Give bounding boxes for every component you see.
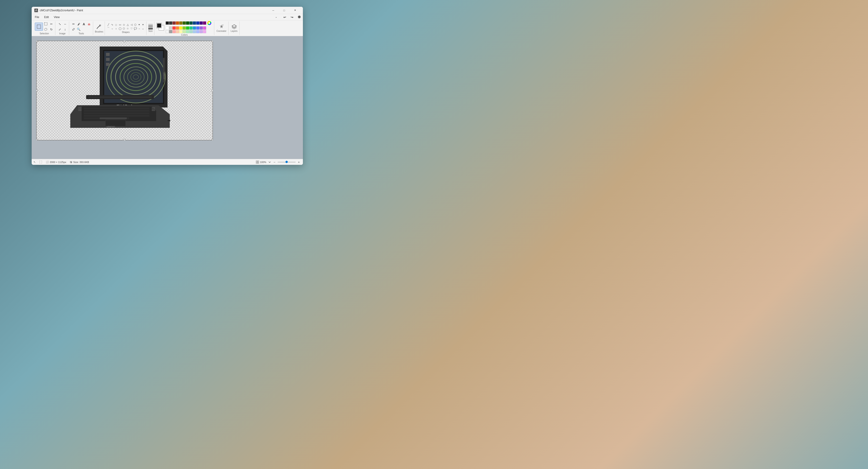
color-swatch-darkgreen[interactable] <box>183 22 186 25</box>
eyedropper-button[interactable] <box>71 27 76 32</box>
color-swatch-lightyellow[interactable] <box>179 30 182 33</box>
select-lasso-button[interactable] <box>43 27 49 32</box>
color-swatch-orange[interactable] <box>176 26 179 30</box>
color-swatch-white[interactable] <box>166 26 169 30</box>
shape-callout[interactable]: 💬 <box>133 27 137 31</box>
flip-v-button[interactable]: ↕ <box>63 27 68 32</box>
shape-diamond[interactable]: ◇ <box>122 23 126 27</box>
shape-triangle[interactable]: △ <box>126 23 129 27</box>
zoom-button[interactable]: 🔍 <box>76 27 81 32</box>
color-swatch-darkyellow[interactable] <box>179 22 182 25</box>
pencil-button[interactable]: ✏ <box>71 22 76 27</box>
color-swatch-darkorange[interactable] <box>176 22 179 25</box>
minimize-button[interactable]: ─ <box>268 7 278 14</box>
color-swatch-darkmagenta[interactable] <box>203 22 206 25</box>
color-swatch-peach[interactable] <box>176 30 179 33</box>
color-swatch-lavender[interactable] <box>196 30 199 33</box>
color-swatch-darkteal[interactable] <box>189 22 193 25</box>
color-swatch-lightpink[interactable] <box>203 30 206 33</box>
color-picker-button[interactable] <box>206 20 212 26</box>
crop-button[interactable]: ✂ <box>49 22 54 26</box>
redo-icon[interactable]: ↪ <box>289 14 295 20</box>
fullscreen-item[interactable]: ⛶ <box>39 161 42 164</box>
zoom-out-button[interactable]: − <box>272 160 277 164</box>
shape-star4[interactable]: ✦ <box>137 23 141 27</box>
eraser-button[interactable] <box>87 22 92 27</box>
shape-curve2[interactable]: ⌣ <box>111 27 114 31</box>
undo-icon[interactable]: ↩ <box>282 14 287 20</box>
color-swatch-yellow[interactable] <box>179 26 182 30</box>
skew-button[interactable]: ⤢ <box>57 27 62 32</box>
size-dropdown[interactable] <box>148 24 153 29</box>
close-button[interactable]: ✕ <box>290 7 300 14</box>
color-swatch-purple[interactable] <box>199 26 203 30</box>
color-swatch-lightmint[interactable] <box>189 30 193 33</box>
zoom-dropdown-icon[interactable] <box>268 161 271 164</box>
color-swatch-black[interactable] <box>166 22 169 25</box>
history-icon[interactable] <box>275 14 280 20</box>
shape-right-triangle[interactable]: ◁ <box>130 23 133 27</box>
settings-icon[interactable] <box>297 14 302 20</box>
canvas-area[interactable]: ThinkBook LENOVO <box>32 36 303 159</box>
select-rect-button[interactable] <box>43 22 49 26</box>
shape-rect[interactable]: □ <box>114 23 118 27</box>
color-swatch-nearwhite[interactable] <box>166 30 169 33</box>
resize-button[interactable]: ⤡ <box>57 22 62 26</box>
zoom-slider[interactable] <box>278 162 296 163</box>
shape-ellipse[interactable]: ○ <box>114 27 118 31</box>
current-colors[interactable] <box>157 23 164 30</box>
color-swatch-darkpurple[interactable] <box>199 22 203 25</box>
zoom-percent: 100% <box>260 161 267 164</box>
shape-circle[interactable]: ◯ <box>118 27 122 31</box>
brush-button[interactable] <box>96 23 102 30</box>
menu-edit[interactable]: Edit <box>42 15 51 20</box>
color-swatch-pink[interactable] <box>173 30 176 33</box>
color-swatch-periwinkle[interactable] <box>196 26 199 30</box>
shape-more[interactable]: ⌄ <box>141 27 145 31</box>
menu-view[interactable]: View <box>52 15 62 20</box>
foreground-color[interactable] <box>157 23 162 28</box>
color-swatch-darkblue[interactable] <box>193 22 196 25</box>
quality-icon <box>256 161 259 164</box>
color-swatch-lightgray[interactable] <box>169 26 172 30</box>
shape-star6[interactable]: ✶ <box>141 23 145 27</box>
color-swatch-gray[interactable] <box>169 30 172 33</box>
svg-rect-2 <box>37 25 41 29</box>
color-swatch-darkgray[interactable] <box>169 22 172 25</box>
color-swatch-lightgreen[interactable] <box>186 26 189 30</box>
svg-rect-25 <box>84 110 149 112</box>
selection-tool-button[interactable] <box>35 23 43 31</box>
shape-star[interactable]: ☆ <box>126 27 129 31</box>
color-swatch-lightlime[interactable] <box>183 30 186 33</box>
shape-pentagon[interactable]: ⬠ <box>133 23 137 27</box>
maximize-button[interactable]: □ <box>279 7 289 14</box>
zoom-slider-thumb[interactable] <box>285 161 288 163</box>
color-swatch-mint[interactable] <box>186 30 189 33</box>
shape-rounded-rect[interactable]: ▭ <box>118 23 122 27</box>
menu-file[interactable]: File <box>33 15 41 20</box>
fill-button[interactable] <box>76 22 81 27</box>
color-swatch-skyblue[interactable] <box>193 30 196 33</box>
cocreator-section[interactable]: Cocreator <box>215 22 228 35</box>
color-swatch-green[interactable] <box>186 22 189 25</box>
color-swatch-magenta[interactable] <box>203 26 206 30</box>
shape-arrow[interactable]: → <box>137 27 141 31</box>
color-swatch-lime[interactable] <box>183 26 186 30</box>
rotate-button[interactable]: ↻ <box>49 27 54 32</box>
shape-hex[interactable]: ⬡ <box>122 27 126 31</box>
color-swatch-teal[interactable] <box>189 26 193 30</box>
flip-h-button[interactable]: ↔ <box>63 22 68 26</box>
shape-curve[interactable]: ∿ <box>111 23 114 27</box>
canvas[interactable]: ThinkBook LENOVO <box>36 41 213 140</box>
color-swatch-lightpurple[interactable] <box>199 30 203 33</box>
color-swatch-darkred[interactable] <box>173 22 176 25</box>
shape-arc[interactable]: ⌒ <box>107 27 110 31</box>
shape-line[interactable]: ╱ <box>107 23 110 27</box>
layers-section[interactable]: Layers <box>229 22 240 35</box>
color-swatch-blue[interactable] <box>196 22 199 25</box>
shape-heart[interactable]: ♡ <box>130 27 133 31</box>
zoom-in-button[interactable]: + <box>297 160 301 164</box>
color-swatch-red[interactable] <box>173 26 176 30</box>
text-button[interactable]: A <box>81 22 86 27</box>
color-swatch-lightblue[interactable] <box>193 26 196 30</box>
